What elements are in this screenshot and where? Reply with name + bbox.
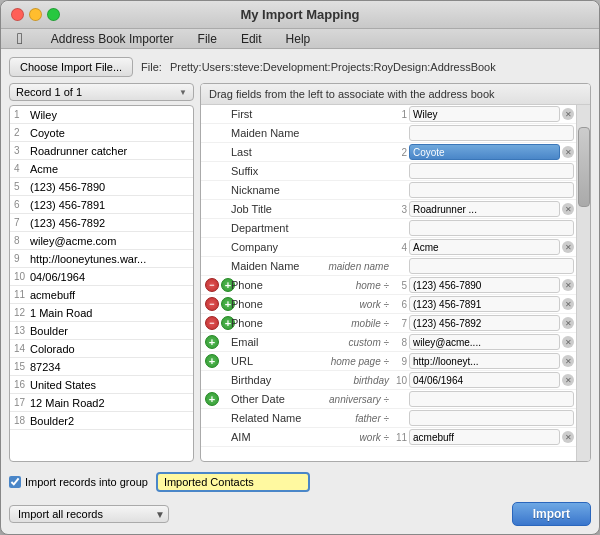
list-item-text: Acme (30, 163, 189, 175)
field-close-button[interactable]: ✕ (562, 108, 574, 120)
field-name: AIM (223, 431, 313, 443)
field-value-box[interactable] (409, 125, 574, 141)
list-item[interactable]: 1004/06/1964 (10, 268, 193, 286)
record-selector[interactable]: Record 1 of 1 ▼ (9, 83, 194, 101)
title-bar: My Import Mapping (1, 1, 599, 29)
field-name: Suffix (223, 165, 313, 177)
left-list: 1Wiley2Coyote3Roadrunner catcher4Acme5(1… (9, 105, 194, 462)
field-value-box[interactable]: Coyote (409, 144, 560, 160)
field-value-box[interactable]: (123) 456-7890 (409, 277, 560, 293)
mapping-row: First 1 Wiley ✕ (201, 105, 576, 124)
list-item[interactable]: 5(123) 456-7890 (10, 178, 193, 196)
list-item[interactable]: 3Roadrunner catcher (10, 142, 193, 160)
field-name: URL (223, 355, 313, 367)
field-value-area (393, 220, 576, 236)
field-close-button[interactable]: ✕ (562, 279, 574, 291)
add-button[interactable]: + (205, 354, 219, 368)
import-button[interactable]: Import (512, 502, 591, 526)
list-item-num: 2 (14, 127, 30, 138)
field-value-box[interactable]: wiley@acme.... (409, 334, 560, 350)
field-value-box[interactable]: acmebuff (409, 429, 560, 445)
field-value-box[interactable]: Acme (409, 239, 560, 255)
field-value-num: 9 (393, 356, 407, 367)
field-close-button[interactable]: ✕ (562, 241, 574, 253)
list-item[interactable]: 2Coyote (10, 124, 193, 142)
row-actions: − + (201, 297, 223, 311)
field-value-num: 8 (393, 337, 407, 348)
list-item[interactable]: 11acmebuff (10, 286, 193, 304)
field-value-area: 1 Wiley ✕ (393, 106, 576, 122)
field-value-box[interactable]: 04/06/1964 (409, 372, 560, 388)
list-item[interactable]: 1712 Main Road2 (10, 394, 193, 412)
list-item[interactable]: 7(123) 456-7892 (10, 214, 193, 232)
field-close-button[interactable]: ✕ (562, 355, 574, 367)
field-value-box[interactable] (409, 410, 574, 426)
minimize-button[interactable] (29, 8, 42, 21)
list-item-num: 12 (14, 307, 30, 318)
list-item[interactable]: 1Wiley (10, 106, 193, 124)
left-panel: Record 1 of 1 ▼ 1Wiley2Coyote3Roadrunner… (9, 83, 194, 462)
import-group-checkbox[interactable] (9, 476, 21, 488)
list-item-text: http://looneytunes.war... (30, 253, 189, 265)
left-list-inner: 1Wiley2Coyote3Roadrunner catcher4Acme5(1… (10, 106, 193, 430)
field-name: Phone (223, 279, 313, 291)
remove-button[interactable]: − (205, 316, 219, 330)
list-item[interactable]: 8wiley@acme.com (10, 232, 193, 250)
field-value-box[interactable]: Roadrunner ... (409, 201, 560, 217)
zoom-button[interactable] (47, 8, 60, 21)
mapping-row: − + Phone work ÷ 6 (123) 456-7891 ✕ (201, 295, 576, 314)
field-value-box[interactable]: Wiley (409, 106, 560, 122)
field-value-box[interactable] (409, 220, 574, 236)
list-item[interactable]: 121 Main Road (10, 304, 193, 322)
list-item[interactable]: 14Colorado (10, 340, 193, 358)
choose-import-button[interactable]: Choose Import File... (9, 57, 133, 77)
add-button[interactable]: + (205, 335, 219, 349)
field-close-button[interactable]: ✕ (562, 298, 574, 310)
menu-app[interactable]: Address Book Importer (47, 32, 178, 46)
field-value-box[interactable]: (123) 456-7891 (409, 296, 560, 312)
mapping-row: + URL home page ÷ 9 http://looneyt... ✕ (201, 352, 576, 371)
field-close-button[interactable]: ✕ (562, 431, 574, 443)
menu-edit[interactable]: Edit (237, 32, 266, 46)
list-item[interactable]: 9http://looneytunes.war... (10, 250, 193, 268)
menu-file[interactable]: File (194, 32, 221, 46)
group-name-field[interactable] (156, 472, 310, 492)
field-close-button[interactable]: ✕ (562, 317, 574, 329)
right-scrollbar[interactable] (576, 105, 590, 461)
mapping-row: + Email custom ÷ 8 wiley@acme.... ✕ (201, 333, 576, 352)
field-close-button[interactable]: ✕ (562, 146, 574, 158)
row-actions: + (201, 335, 223, 349)
field-value-box[interactable]: (123) 456-7892 (409, 315, 560, 331)
import-select-wrapper: Import all records ▼ (9, 505, 169, 523)
field-value-box[interactable]: http://looneyt... (409, 353, 560, 369)
window-title: My Import Mapping (240, 7, 359, 22)
list-item-text: 1 Main Road (30, 307, 189, 319)
field-value-box[interactable] (409, 258, 574, 274)
remove-button[interactable]: − (205, 297, 219, 311)
remove-button[interactable]: − (205, 278, 219, 292)
field-close-button[interactable]: ✕ (562, 203, 574, 215)
list-item[interactable]: 16United States (10, 376, 193, 394)
list-item[interactable]: 1587234 (10, 358, 193, 376)
list-item[interactable]: 6(123) 456-7891 (10, 196, 193, 214)
import-group-checkbox-label: Import records into group (9, 476, 148, 488)
field-label: home ÷ (313, 280, 393, 291)
close-button[interactable] (11, 8, 24, 21)
list-item[interactable]: 18Boulder2 (10, 412, 193, 430)
list-item-text: 87234 (30, 361, 189, 373)
list-item[interactable]: 13Boulder (10, 322, 193, 340)
field-label: father ÷ (313, 413, 393, 424)
field-close-button[interactable]: ✕ (562, 336, 574, 348)
add-button[interactable]: + (205, 392, 219, 406)
field-value-box[interactable] (409, 163, 574, 179)
import-records-select[interactable]: Import all records (9, 505, 169, 523)
apple-menu[interactable]:  (13, 30, 27, 48)
field-value-box[interactable] (409, 391, 574, 407)
toolbar-row: Choose Import File... File: Pretty:Users… (9, 57, 591, 77)
mapping-rows-container: First 1 Wiley ✕ Maiden Name Last 2 Coyot… (201, 105, 576, 461)
field-label: work ÷ (313, 299, 393, 310)
list-item[interactable]: 4Acme (10, 160, 193, 178)
field-value-box[interactable] (409, 182, 574, 198)
menu-help[interactable]: Help (282, 32, 315, 46)
field-close-button[interactable]: ✕ (562, 374, 574, 386)
